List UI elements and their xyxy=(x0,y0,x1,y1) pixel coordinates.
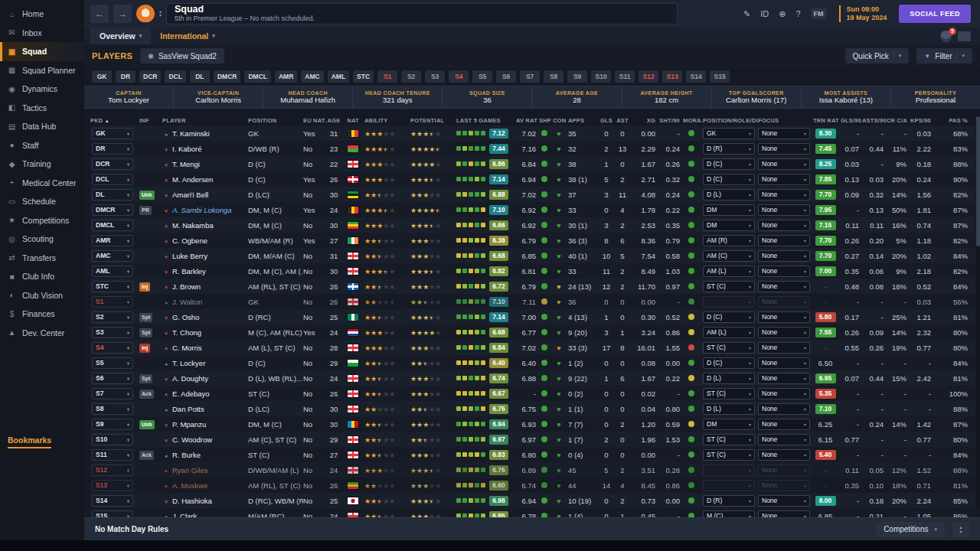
picked-order-dropdown[interactable]: S2▾ xyxy=(92,311,133,323)
player-name[interactable]: P. Mpanzu xyxy=(172,420,206,429)
table-row[interactable]: DCL▾▼M. AndersenD (C)Yes26★★★★★★★★★★7.14… xyxy=(90,171,975,187)
player-name[interactable]: M. Nakamba xyxy=(172,221,214,230)
quick-pick-button[interactable]: Quick Pick ▾ xyxy=(845,48,910,64)
table-row[interactable]: AMC▾▼Luke BerryDM, M/AM (C)No31★★★★★★★★★… xyxy=(90,248,975,263)
focus-dropdown[interactable]: None▾ xyxy=(758,449,810,461)
table-row[interactable]: S11▾Ack●R. BurkeST (C)No27★★★★★★★★★★6.83… xyxy=(90,447,975,462)
focus-dropdown[interactable]: None▾ xyxy=(758,128,810,139)
picked-order-dropdown[interactable]: STC▾ xyxy=(92,281,133,292)
column-header-ast[interactable]: AST xyxy=(616,117,632,124)
picked-order-dropdown[interactable]: S11▾ xyxy=(92,449,133,461)
id-button[interactable]: ID xyxy=(760,9,769,18)
player-name[interactable]: C. Woodrow xyxy=(172,435,212,444)
social-feed-button[interactable]: SOCIAL FEED xyxy=(899,5,971,23)
table-row[interactable]: DCR▾▼T. MengiD (C)No22★★★★★★★★★★6.866.84… xyxy=(90,156,975,171)
table-row[interactable]: STC▾Inj▼J. BrownAM (RL), ST (C)No26★★★★★… xyxy=(90,279,975,294)
role-dropdown[interactable]: DM▾ xyxy=(703,204,755,216)
table-row[interactable]: S12▾▼Ryan GilesD/WB/M/AM (L)No24★★★★★★★★… xyxy=(90,462,975,478)
role-dropdown[interactable]: M (C)▾ xyxy=(703,510,755,518)
column-header-position[interactable]: POSITION xyxy=(248,117,303,124)
sidebar-item-squad-planner[interactable]: ▦Squad Planner xyxy=(0,61,84,80)
column-header-trn-rat[interactable]: TRN RAT xyxy=(813,117,841,124)
chip-s3[interactable]: S3 xyxy=(425,70,445,83)
chip-s10[interactable]: S10 xyxy=(591,70,611,83)
player-name[interactable]: Amari'i Bell xyxy=(172,191,208,199)
table-row[interactable]: S14▾▼D. HashiokaD (RC), WB/M (R)No25★★★★… xyxy=(90,493,975,508)
column-header-shp[interactable]: SHP xyxy=(539,117,553,124)
player-name[interactable]: I. Kaboré xyxy=(172,145,202,153)
focus-dropdown[interactable]: None▾ xyxy=(758,174,810,185)
picked-order-dropdown[interactable]: S3▾ xyxy=(92,327,133,338)
chip-s5[interactable]: S5 xyxy=(472,70,492,83)
role-dropdown[interactable]: DM▾ xyxy=(703,419,755,430)
picked-order-dropdown[interactable]: DR▾ xyxy=(92,143,133,155)
chip-gk[interactable]: GK xyxy=(92,70,112,83)
chip-amc[interactable]: AMC xyxy=(301,70,323,83)
picked-order-dropdown[interactable]: S1▾ xyxy=(92,296,133,308)
player-name[interactable]: R. Burke xyxy=(172,451,201,459)
table-row[interactable]: DL▾Unh▼Amari'i BellD (LC)No30★★★★★★★★★★6… xyxy=(90,187,975,202)
club-switch-chevrons[interactable]: ▴▾ xyxy=(159,10,162,18)
sidebar-item-medical-center[interactable]: +Medical Center xyxy=(0,174,84,193)
role-dropdown[interactable]: AM (L)▾ xyxy=(703,327,755,338)
picked-order-dropdown[interactable]: DMCR▾ xyxy=(92,204,133,216)
picked-order-dropdown[interactable]: S14▾ xyxy=(92,495,133,507)
column-header-inf[interactable]: INF xyxy=(139,117,162,124)
column-header-eu-nat[interactable]: EU NAT. xyxy=(303,117,326,124)
picked-order-dropdown[interactable]: S12▾ xyxy=(92,465,133,476)
squad-view-selector[interactable]: ◉ SasView Squad2 xyxy=(140,48,224,64)
role-dropdown[interactable]: ST (C)▾ xyxy=(703,449,755,461)
focus-dropdown[interactable]: None▾ xyxy=(758,327,810,338)
chip-s13[interactable]: S13 xyxy=(662,70,682,83)
role-dropdown[interactable]: GK▾ xyxy=(703,128,755,139)
role-dropdown[interactable]: D (C)▾ xyxy=(703,174,755,185)
picked-order-dropdown[interactable]: DMCL▾ xyxy=(92,220,133,231)
chip-s12[interactable]: S12 xyxy=(639,70,658,83)
chip-s15[interactable]: S15 xyxy=(710,70,730,83)
sidebar-item-transfers[interactable]: ⇄Transfers xyxy=(0,249,84,268)
player-name[interactable]: Dan Potts xyxy=(172,405,204,413)
panel-icon[interactable] xyxy=(958,31,971,41)
player-name[interactable]: J. Brown xyxy=(172,282,201,291)
sidebar-item-dynamics[interactable]: ◉Dynamics xyxy=(0,80,84,99)
focus-dropdown[interactable]: None▾ xyxy=(758,495,810,507)
focus-dropdown[interactable]: None▾ xyxy=(758,235,810,246)
sidebar-bookmarks[interactable]: Bookmarks xyxy=(0,431,84,449)
table-row[interactable]: S9▾Unh▼P. MpanzuDM, M (C)No30★★★★★★★★★★6… xyxy=(90,416,975,432)
table-scrollbar[interactable] xyxy=(976,115,980,507)
table-row[interactable]: AMR▾▼C. OgbeneWB/M/AM (R)Yes27★★★★★★★★★★… xyxy=(90,233,975,248)
role-dropdown[interactable]: D (C)▾ xyxy=(703,311,755,323)
table-row[interactable]: S15▾▼J. ClarkM/AM (RC)No24★★★★★★★★★★6.85… xyxy=(90,508,975,517)
player-name[interactable]: D. Hashioka xyxy=(172,497,212,505)
sidebar-item-staff[interactable]: ●Staff xyxy=(0,136,84,155)
role-dropdown[interactable]: D (C)▾ xyxy=(703,357,755,369)
column-header-ability[interactable]: ABILITY xyxy=(364,117,410,124)
player-name[interactable]: T. Chong xyxy=(172,328,201,337)
player-name[interactable]: Ryan Giles xyxy=(172,466,207,474)
role-dropdown[interactable]: D (L)▾ xyxy=(703,189,755,201)
table-row[interactable]: DMCL▾▼M. NakambaDM, M (C)No30★★★★★★★★★★6… xyxy=(90,217,975,233)
player-name[interactable]: T. Mengi xyxy=(172,160,200,168)
role-dropdown[interactable]: D (R)▾ xyxy=(703,495,755,507)
focus-dropdown[interactable]: None▾ xyxy=(758,388,810,399)
table-row[interactable]: S10▾▼C. WoodrowAM (C), ST (C)No29★★★★★★★… xyxy=(90,432,975,447)
picked-order-dropdown[interactable]: DL▾ xyxy=(92,189,133,201)
chip-amr[interactable]: AMR xyxy=(275,70,297,83)
player-name[interactable]: R. Barkley xyxy=(172,267,206,276)
player-name[interactable]: Luke Berry xyxy=(172,252,207,260)
chip-s8[interactable]: S8 xyxy=(544,70,564,83)
chip-s4[interactable]: S4 xyxy=(449,70,469,83)
panel-expand-chevrons[interactable]: ▴▾ xyxy=(952,522,969,537)
fm-badge[interactable]: FM xyxy=(811,8,827,19)
chip-aml[interactable]: AML xyxy=(328,70,349,83)
sidebar-item-dev-center[interactable]: ▲Dev. Center xyxy=(0,324,84,343)
chip-s2[interactable]: S2 xyxy=(401,70,421,83)
table-row[interactable]: S13▾▼A. MuskweAM (RL), ST (C)No26★★★★★★★… xyxy=(90,478,975,493)
player-name[interactable]: A. Muskwe xyxy=(172,481,207,490)
club-crest[interactable] xyxy=(136,5,155,23)
focus-dropdown[interactable]: None▾ xyxy=(758,510,810,518)
sidebar-item-finances[interactable]: $Finances xyxy=(0,305,84,324)
role-dropdown[interactable]: ST (C)▾ xyxy=(703,342,755,354)
column-header-mora[interactable]: MORA... xyxy=(683,117,703,124)
forward-button[interactable]: → xyxy=(113,5,132,23)
